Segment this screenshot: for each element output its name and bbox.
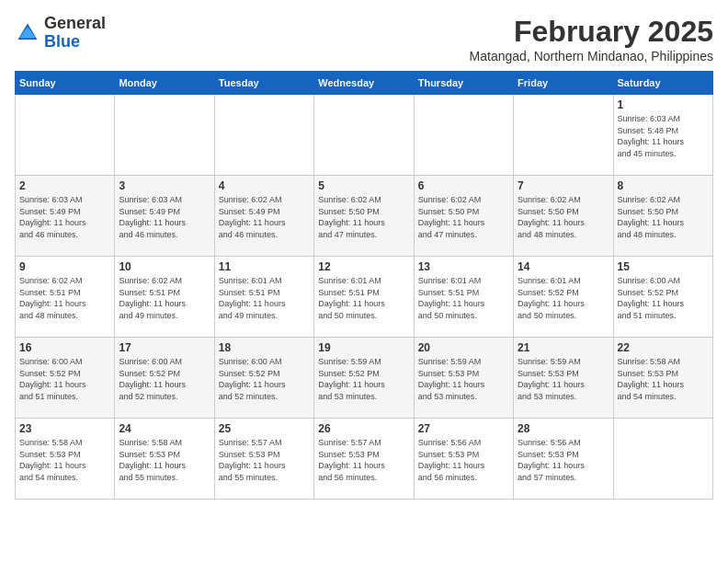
calendar-cell — [613, 419, 712, 500]
day-info: Sunrise: 6:02 AM Sunset: 5:50 PM Dayligh… — [418, 194, 509, 240]
calendar-week-2: 2Sunrise: 6:03 AM Sunset: 5:49 PM Daylig… — [16, 176, 713, 257]
day-info: Sunrise: 5:56 AM Sunset: 5:53 PM Dayligh… — [418, 437, 509, 483]
day-number: 1 — [618, 98, 709, 111]
svg-marker-1 — [19, 27, 36, 38]
logo: General Blue — [15, 15, 106, 52]
calendar-body: 1Sunrise: 6:03 AM Sunset: 5:48 PM Daylig… — [16, 95, 713, 500]
day-info: Sunrise: 5:57 AM Sunset: 5:53 PM Dayligh… — [219, 437, 310, 483]
day-number: 2 — [19, 179, 110, 192]
calendar-cell: 17Sunrise: 6:00 AM Sunset: 5:52 PM Dayli… — [115, 338, 214, 419]
day-number: 10 — [119, 260, 210, 273]
calendar-cell: 5Sunrise: 6:02 AM Sunset: 5:50 PM Daylig… — [314, 176, 414, 257]
calendar-cell: 3Sunrise: 6:03 AM Sunset: 5:49 PM Daylig… — [115, 176, 214, 257]
header: General Blue February 2025 Matangad, Nor… — [15, 15, 713, 63]
day-info: Sunrise: 6:02 AM Sunset: 5:50 PM Dayligh… — [618, 194, 709, 240]
header-row: SundayMondayTuesdayWednesdayThursdayFrid… — [16, 72, 713, 95]
calendar-cell: 16Sunrise: 6:00 AM Sunset: 5:52 PM Dayli… — [16, 338, 115, 419]
day-number: 4 — [219, 179, 310, 192]
calendar-cell: 20Sunrise: 5:59 AM Sunset: 5:53 PM Dayli… — [414, 338, 513, 419]
header-day-monday: Monday — [115, 72, 214, 95]
day-number: 15 — [618, 260, 709, 273]
calendar-cell: 24Sunrise: 5:58 AM Sunset: 5:53 PM Dayli… — [115, 419, 214, 500]
calendar-cell: 18Sunrise: 6:00 AM Sunset: 5:52 PM Dayli… — [214, 338, 313, 419]
logo-general-text: General — [44, 14, 106, 32]
day-info: Sunrise: 5:56 AM Sunset: 5:53 PM Dayligh… — [518, 437, 609, 483]
calendar-week-5: 23Sunrise: 5:58 AM Sunset: 5:53 PM Dayli… — [16, 419, 713, 500]
calendar-cell: 9Sunrise: 6:02 AM Sunset: 5:51 PM Daylig… — [16, 257, 115, 338]
calendar-cell — [16, 95, 115, 176]
day-number: 6 — [418, 179, 509, 192]
calendar-cell: 12Sunrise: 6:01 AM Sunset: 5:51 PM Dayli… — [314, 257, 414, 338]
month-title: February 2025 — [470, 15, 713, 49]
day-number: 8 — [618, 179, 709, 192]
calendar-cell — [414, 95, 513, 176]
calendar-cell: 1Sunrise: 6:03 AM Sunset: 5:48 PM Daylig… — [613, 95, 712, 176]
calendar-cell: 6Sunrise: 6:02 AM Sunset: 5:50 PM Daylig… — [414, 176, 513, 257]
day-number: 19 — [318, 341, 409, 354]
day-number: 20 — [418, 341, 509, 354]
calendar-cell: 28Sunrise: 5:56 AM Sunset: 5:53 PM Dayli… — [514, 419, 613, 500]
header-day-friday: Friday — [514, 72, 613, 95]
calendar-cell — [214, 95, 313, 176]
title-area: February 2025 Matangad, Northern Mindana… — [470, 15, 713, 63]
header-day-thursday: Thursday — [414, 72, 513, 95]
calendar-cell: 26Sunrise: 5:57 AM Sunset: 5:53 PM Dayli… — [314, 419, 414, 500]
calendar-cell: 27Sunrise: 5:56 AM Sunset: 5:53 PM Dayli… — [414, 419, 513, 500]
calendar-cell: 19Sunrise: 5:59 AM Sunset: 5:52 PM Dayli… — [314, 338, 414, 419]
calendar-cell: 4Sunrise: 6:02 AM Sunset: 5:49 PM Daylig… — [214, 176, 313, 257]
calendar-cell — [115, 95, 214, 176]
day-info: Sunrise: 5:58 AM Sunset: 5:53 PM Dayligh… — [19, 437, 110, 483]
logo-icon — [15, 20, 40, 46]
calendar-cell — [514, 95, 613, 176]
header-day-saturday: Saturday — [613, 72, 712, 95]
day-number: 28 — [518, 422, 609, 435]
day-number: 9 — [19, 260, 110, 273]
day-number: 27 — [418, 422, 509, 435]
day-number: 24 — [119, 422, 210, 435]
day-info: Sunrise: 5:59 AM Sunset: 5:53 PM Dayligh… — [518, 356, 609, 402]
day-number: 14 — [518, 260, 609, 273]
calendar-cell: 21Sunrise: 5:59 AM Sunset: 5:53 PM Dayli… — [514, 338, 613, 419]
day-number: 5 — [318, 179, 409, 192]
day-info: Sunrise: 6:02 AM Sunset: 5:50 PM Dayligh… — [318, 194, 409, 240]
day-info: Sunrise: 5:57 AM Sunset: 5:53 PM Dayligh… — [318, 437, 409, 483]
day-info: Sunrise: 5:58 AM Sunset: 5:53 PM Dayligh… — [119, 437, 210, 483]
day-number: 17 — [119, 341, 210, 354]
calendar-cell: 15Sunrise: 6:00 AM Sunset: 5:52 PM Dayli… — [613, 257, 712, 338]
day-info: Sunrise: 6:00 AM Sunset: 5:52 PM Dayligh… — [19, 356, 110, 402]
day-info: Sunrise: 6:01 AM Sunset: 5:51 PM Dayligh… — [318, 275, 409, 321]
day-info: Sunrise: 6:03 AM Sunset: 5:49 PM Dayligh… — [19, 194, 110, 240]
day-info: Sunrise: 6:03 AM Sunset: 5:48 PM Dayligh… — [618, 113, 709, 159]
day-info: Sunrise: 5:59 AM Sunset: 5:52 PM Dayligh… — [318, 356, 409, 402]
day-number: 25 — [219, 422, 310, 435]
location-title: Matangad, Northern Mindanao, Philippines — [470, 49, 713, 63]
calendar-cell: 14Sunrise: 6:01 AM Sunset: 5:52 PM Dayli… — [514, 257, 613, 338]
day-number: 21 — [518, 341, 609, 354]
day-number: 23 — [19, 422, 110, 435]
day-number: 13 — [418, 260, 509, 273]
day-number: 7 — [518, 179, 609, 192]
day-info: Sunrise: 5:59 AM Sunset: 5:53 PM Dayligh… — [418, 356, 509, 402]
day-info: Sunrise: 6:02 AM Sunset: 5:50 PM Dayligh… — [518, 194, 609, 240]
calendar-cell: 23Sunrise: 5:58 AM Sunset: 5:53 PM Dayli… — [16, 419, 115, 500]
calendar-cell: 25Sunrise: 5:57 AM Sunset: 5:53 PM Dayli… — [214, 419, 313, 500]
calendar-week-3: 9Sunrise: 6:02 AM Sunset: 5:51 PM Daylig… — [16, 257, 713, 338]
calendar-table: SundayMondayTuesdayWednesdayThursdayFrid… — [15, 71, 713, 500]
day-number: 16 — [19, 341, 110, 354]
day-info: Sunrise: 6:02 AM Sunset: 5:49 PM Dayligh… — [219, 194, 310, 240]
day-info: Sunrise: 5:58 AM Sunset: 5:53 PM Dayligh… — [618, 356, 709, 402]
calendar-cell — [314, 95, 414, 176]
day-info: Sunrise: 6:00 AM Sunset: 5:52 PM Dayligh… — [119, 356, 210, 402]
calendar-cell: 13Sunrise: 6:01 AM Sunset: 5:51 PM Dayli… — [414, 257, 513, 338]
logo-blue-text: Blue — [44, 32, 80, 51]
day-number: 3 — [119, 179, 210, 192]
day-info: Sunrise: 6:02 AM Sunset: 5:51 PM Dayligh… — [119, 275, 210, 321]
day-number: 12 — [318, 260, 409, 273]
calendar-cell: 7Sunrise: 6:02 AM Sunset: 5:50 PM Daylig… — [514, 176, 613, 257]
header-day-sunday: Sunday — [16, 72, 115, 95]
day-number: 26 — [318, 422, 409, 435]
day-info: Sunrise: 6:00 AM Sunset: 5:52 PM Dayligh… — [219, 356, 310, 402]
header-day-tuesday: Tuesday — [214, 72, 313, 95]
day-number: 11 — [219, 260, 310, 273]
calendar-cell: 8Sunrise: 6:02 AM Sunset: 5:50 PM Daylig… — [613, 176, 712, 257]
